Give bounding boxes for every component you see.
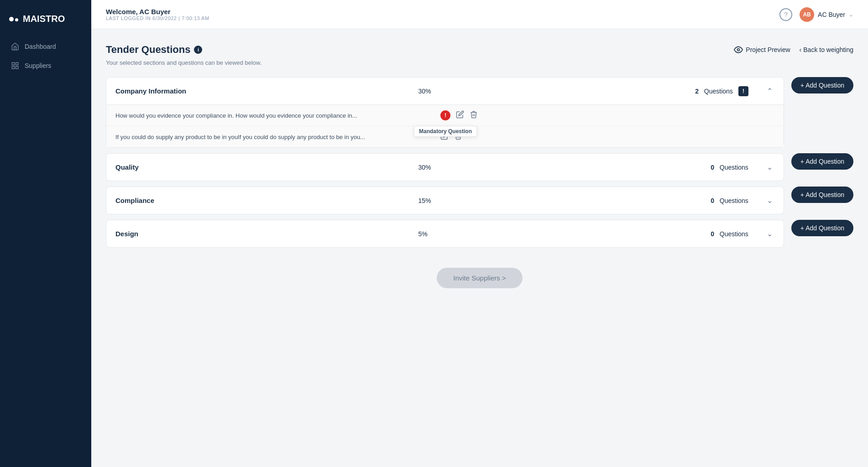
sidebar-item-label-dashboard: Dashboard xyxy=(25,43,56,50)
page-title-text: Tender Questions xyxy=(106,44,190,56)
section-card-company-information: Company Information 30% 2 Questions ! ⌃ … xyxy=(106,77,784,148)
section-header-compliance[interactable]: Compliance 15% 0 Questions ⌄ xyxy=(106,187,784,214)
section-card-quality: Quality 30% 0 Questions ⌄ xyxy=(106,153,784,181)
logo-icon xyxy=(9,17,18,21)
section-row-design: Design 5% 0 Questions ⌄ + Add Question xyxy=(106,220,853,248)
section-toggle-compliance[interactable]: ⌄ xyxy=(765,194,774,207)
svg-rect-2 xyxy=(12,67,14,69)
topbar-left: Welcome, AC Buyer LAST LOGGED IN 6/30/20… xyxy=(106,8,209,21)
svg-rect-3 xyxy=(16,67,18,69)
back-to-weighting-link[interactable]: ‹ Back to weighting xyxy=(800,46,853,53)
logo-dot-2 xyxy=(15,18,18,21)
edit-icon-1[interactable] xyxy=(456,110,464,120)
question-actions-1: ! Mandatory Question xyxy=(440,110,478,120)
question-text-1: How would you evidence your compliance i… xyxy=(115,112,435,119)
add-question-button-company-information[interactable]: + Add Question xyxy=(791,77,853,93)
mandatory-icon-1[interactable]: ! Mandatory Question xyxy=(440,110,450,120)
section-row-company-information: Company Information 30% 2 Questions ! ⌃ … xyxy=(106,77,853,148)
sidebar-item-dashboard[interactable]: Dashboard xyxy=(5,38,87,55)
section-row-quality: Quality 30% 0 Questions ⌄ + Add Question xyxy=(106,153,853,181)
section-percent-company-information: 30% xyxy=(418,88,445,95)
section-header-company-information[interactable]: Company Information 30% 2 Questions ! ⌃ xyxy=(106,78,784,104)
sidebar-item-suppliers[interactable]: Suppliers xyxy=(5,57,87,74)
back-label: Back to weighting xyxy=(803,46,853,53)
section-questions-design: 0 Questions xyxy=(453,230,757,238)
section-questions-quality: 0 Questions xyxy=(453,164,757,171)
last-logged-text: LAST LOGGED IN 6/30/2022 | 7:00:13 AM xyxy=(106,16,209,21)
questions-label-company-information: Questions xyxy=(704,88,733,95)
project-preview-button[interactable]: Project Preview xyxy=(734,45,790,54)
topbar: Welcome, AC Buyer LAST LOGGED IN 6/30/20… xyxy=(91,0,868,29)
question-count-design: 0 xyxy=(711,230,714,238)
section-card-design: Design 5% 0 Questions ⌄ xyxy=(106,220,784,248)
section-toggle-quality[interactable]: ⌄ xyxy=(765,161,774,173)
questions-list-company-information: How would you evidence your compliance i… xyxy=(106,104,784,147)
page-content: Tender Questions i Project Preview ‹ Bac… xyxy=(91,29,868,467)
sidebar-item-label-suppliers: Suppliers xyxy=(25,62,51,69)
question-row-1: How would you evidence your compliance i… xyxy=(106,105,784,126)
question-count-quality: 0 xyxy=(711,164,714,171)
questions-label-design: Questions xyxy=(720,230,748,238)
sections-list: Company Information 30% 2 Questions ! ⌃ … xyxy=(106,77,853,253)
info-icon[interactable]: i xyxy=(194,46,202,54)
logo: MAISTRO xyxy=(0,9,91,38)
add-question-button-compliance[interactable]: + Add Question xyxy=(791,187,853,203)
questions-label-quality: Questions xyxy=(720,164,748,171)
help-button[interactable]: ? xyxy=(779,8,792,21)
logo-text: MAISTRO xyxy=(23,14,65,24)
svg-rect-1 xyxy=(16,62,18,65)
mandatory-tooltip-1: Mandatory Question xyxy=(414,126,477,137)
main-content: Welcome, AC Buyer LAST LOGGED IN 6/30/20… xyxy=(91,0,868,467)
section-toggle-design[interactable]: ⌄ xyxy=(765,228,774,240)
section-percent-quality: 30% xyxy=(418,164,445,171)
invite-section: Invite Suppliers > xyxy=(106,268,853,288)
section-toggle-company-information[interactable]: ⌃ xyxy=(765,85,774,97)
add-question-button-quality[interactable]: + Add Question xyxy=(791,153,853,170)
invite-suppliers-button[interactable]: Invite Suppliers > xyxy=(437,268,522,288)
section-row-compliance: Compliance 15% 0 Questions ⌄ + Add Quest… xyxy=(106,187,853,214)
user-menu[interactable]: AB AC Buyer ⌄ xyxy=(800,7,853,22)
home-icon xyxy=(11,42,19,51)
section-percent-compliance: 15% xyxy=(418,197,445,204)
suppliers-icon xyxy=(11,62,19,70)
welcome-text: Welcome, AC Buyer xyxy=(106,8,209,16)
question-count-company-information: 2 xyxy=(695,88,699,95)
section-questions-compliance: 0 Questions xyxy=(453,197,757,204)
question-text-2: If you could do supply any product to be… xyxy=(115,134,435,140)
add-question-button-design[interactable]: + Add Question xyxy=(791,220,853,236)
question-count-compliance: 0 xyxy=(711,197,714,204)
eye-icon xyxy=(734,45,743,54)
page-header: Tender Questions i Project Preview ‹ Bac… xyxy=(106,44,853,66)
questions-label-compliance: Questions xyxy=(720,197,748,204)
section-name-company-information: Company Information xyxy=(115,87,411,95)
project-preview-label: Project Preview xyxy=(746,46,790,53)
section-questions-company-information: 2 Questions ! xyxy=(453,86,757,96)
section-card-compliance: Compliance 15% 0 Questions ⌄ xyxy=(106,187,784,214)
section-header-design[interactable]: Design 5% 0 Questions ⌄ xyxy=(106,220,784,247)
section-name-design: Design xyxy=(115,230,411,238)
page-actions: Project Preview ‹ Back to weighting xyxy=(734,45,853,54)
sidebar-nav: Dashboard Suppliers xyxy=(0,38,91,74)
chevron-left-icon: ‹ xyxy=(800,46,802,53)
svg-point-4 xyxy=(737,49,740,51)
svg-rect-0 xyxy=(12,62,14,65)
section-percent-design: 5% xyxy=(418,230,445,238)
warning-badge-company-information: ! xyxy=(738,86,748,96)
section-name-compliance: Compliance xyxy=(115,197,411,204)
section-name-quality: Quality xyxy=(115,163,411,171)
chevron-down-icon: ⌄ xyxy=(849,11,853,18)
section-header-quality[interactable]: Quality 30% 0 Questions ⌄ xyxy=(106,154,784,181)
page-title: Tender Questions i xyxy=(106,44,202,56)
page-subtitle: Your selected sections and questions can… xyxy=(106,59,853,66)
topbar-right: ? AB AC Buyer ⌄ xyxy=(779,7,853,22)
avatar: AB xyxy=(800,7,814,22)
user-name: AC Buyer xyxy=(818,11,845,18)
logo-dot-1 xyxy=(9,17,14,21)
page-title-row: Tender Questions i Project Preview ‹ Bac… xyxy=(106,44,853,56)
delete-icon-1[interactable] xyxy=(470,110,478,120)
sidebar: MAISTRO Dashboard Suppliers xyxy=(0,0,91,467)
